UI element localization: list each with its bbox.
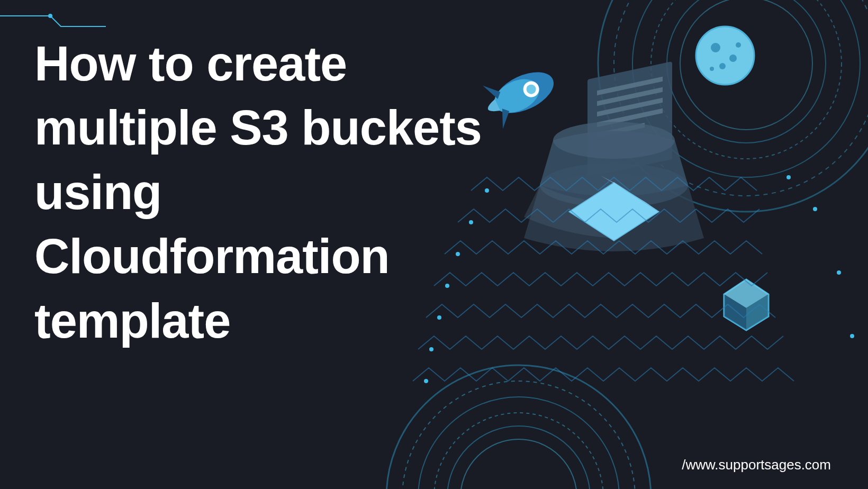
svg-point-36	[813, 207, 817, 211]
svg-point-34	[786, 175, 791, 179]
svg-point-25	[553, 122, 675, 159]
svg-point-0	[48, 14, 52, 18]
svg-point-47	[434, 413, 603, 489]
svg-point-39	[837, 270, 841, 275]
svg-point-4	[651, 0, 842, 159]
svg-point-40	[437, 315, 441, 320]
svg-point-33	[485, 188, 489, 193]
svg-point-12	[736, 42, 741, 48]
svg-point-37	[456, 252, 460, 256]
planet-icon	[696, 26, 754, 85]
small-cube-icon	[724, 279, 768, 330]
svg-point-46	[418, 397, 619, 489]
svg-point-13	[710, 67, 714, 71]
svg-point-48	[447, 426, 590, 489]
svg-point-49	[460, 439, 577, 489]
hero-illustration	[365, 0, 868, 489]
svg-point-38	[445, 284, 449, 288]
svg-point-43	[424, 379, 428, 383]
svg-point-41	[429, 347, 433, 351]
svg-point-10	[729, 55, 737, 62]
svg-point-11	[719, 63, 726, 69]
svg-point-35	[469, 220, 473, 224]
rocket-icon	[478, 58, 563, 131]
svg-point-42	[850, 334, 854, 338]
svg-point-9	[711, 43, 720, 52]
